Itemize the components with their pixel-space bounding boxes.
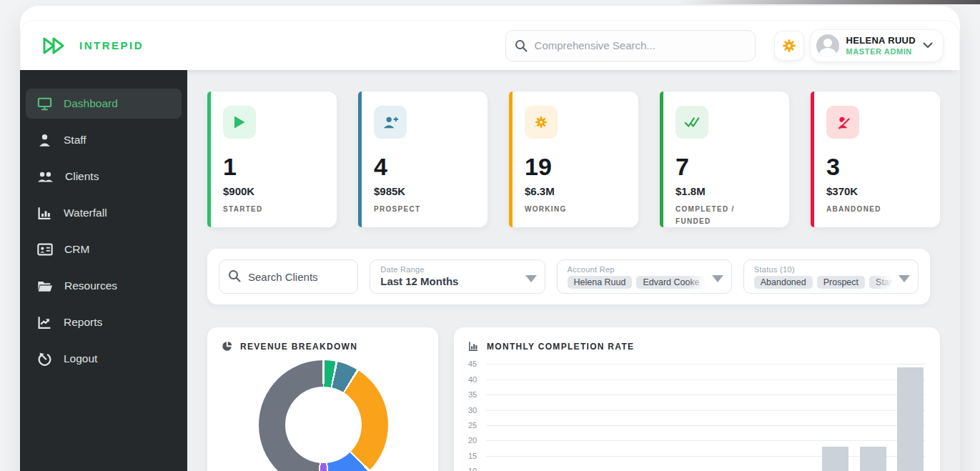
stat-card-prospect: 4 $985K PROSPECT (358, 91, 487, 227)
sidebar-item-resources[interactable]: Resources (26, 271, 182, 301)
date-range-dropdown[interactable]: Date Range Last 12 Months (370, 259, 545, 294)
user-role: MASTER ADMIN (846, 47, 916, 56)
stat-count: 7 (675, 154, 773, 179)
status-chips: Abandoned Prospect Started (754, 276, 894, 289)
y-axis-tick: 40 (468, 375, 484, 384)
user-menu[interactable]: HELENA RUUD MASTER ADMIN (810, 29, 944, 62)
chevron-down-icon (712, 275, 723, 282)
filter-chip[interactable]: Edvard Cooke (636, 276, 706, 289)
sidebar-item-label: Logout (64, 352, 97, 365)
global-search (505, 30, 756, 61)
stat-card-row: 1 $900K STARTED 4 $985K (207, 91, 940, 227)
stat-count: 3 (826, 154, 924, 179)
brand-name: INTREPID (79, 39, 144, 51)
clients-icon (37, 170, 54, 184)
double-check-icon (675, 106, 708, 139)
app-window: INTREPID H (20, 6, 960, 471)
sidebar-item-dashboard[interactable]: Dashboard (26, 89, 182, 119)
gridline (486, 395, 926, 395)
gridline (486, 380, 926, 380)
user-name: HELENA RUUD (846, 35, 916, 46)
monthly-completion-plot: 4540353025201510 (468, 356, 926, 471)
gridline (486, 410, 926, 411)
logout-icon (37, 352, 52, 367)
sidebar-item-label: Clients (65, 170, 99, 183)
dropdown-label: Status (10) (754, 265, 894, 274)
gear-icon (525, 106, 558, 139)
chevron-down-icon (899, 275, 910, 282)
client-search (219, 259, 358, 294)
sidebar-item-reports[interactable]: Reports (26, 307, 182, 337)
revenue-breakdown-card: REVENUE BREAKDOWN (207, 327, 438, 471)
global-search-input[interactable] (505, 30, 756, 61)
sidebar-item-logout[interactable]: Logout (26, 344, 182, 374)
stat-label: PROSPECT (374, 203, 460, 215)
stat-label: COMPLETED / FUNDED (675, 203, 761, 227)
crm-icon (37, 243, 53, 256)
person-plus-icon (374, 106, 407, 139)
stat-count: 4 (374, 154, 472, 179)
chart-title-text: MONTHLY COMPLETION RATE (487, 342, 634, 352)
y-axis-tick: 25 (468, 421, 484, 430)
main-content: 1 $900K STARTED 4 $985K (187, 70, 960, 471)
y-axis-tick: 30 (468, 406, 484, 415)
dropdown-value: Last 12 Months (380, 275, 520, 287)
gridline (486, 425, 926, 426)
filter-chip[interactable]: Started (869, 276, 894, 289)
status-dropdown[interactable]: Status (10) Abandoned Prospect Started (743, 259, 919, 294)
stat-amount: $900K (223, 185, 321, 197)
gridline (486, 440, 926, 441)
waterfall-icon (37, 206, 52, 220)
filter-chip[interactable]: Prospect (817, 276, 865, 289)
account-rep-dropdown[interactable]: Account Rep Helena Ruud Edvard Cooke (557, 259, 732, 294)
bar-chart-icon (468, 341, 479, 352)
completion-bar (897, 367, 924, 471)
sidebar-item-staff[interactable]: Staff (26, 125, 182, 155)
revenue-donut-chart (259, 360, 388, 471)
filter-chip[interactable]: Abandoned (754, 276, 813, 289)
sidebar-item-waterfall[interactable]: Waterfall (26, 198, 182, 228)
completion-bar (822, 447, 848, 471)
dropdown-label: Date Range (380, 265, 520, 274)
settings-gear-icon (781, 38, 797, 54)
sidebar-item-label: Dashboard (64, 97, 118, 110)
monthly-completion-card: MONTHLY COMPLETION RATE 4540353025201510 (454, 327, 940, 471)
stat-card-completed: 7 $1.8M COMPLETED / FUNDED (660, 91, 789, 227)
stat-label: WORKING (525, 203, 610, 215)
y-axis-tick: 10 (468, 467, 484, 471)
sidebar-item-label: Waterfall (64, 207, 107, 219)
filter-chip[interactable]: Helena Ruud (568, 276, 633, 289)
sidebar-item-label: Resources (64, 279, 117, 292)
completion-bar (860, 447, 886, 471)
stat-count: 19 (525, 154, 623, 179)
search-icon (515, 39, 528, 52)
user-avatar (816, 34, 839, 57)
sidebar-item-crm[interactable]: CRM (26, 234, 182, 264)
gridline (486, 364, 926, 365)
chevron-down-icon (525, 275, 537, 282)
stat-label: STARTED (223, 203, 309, 215)
y-axis-tick: 20 (468, 436, 484, 445)
search-icon (228, 269, 241, 282)
monthly-completion-title: MONTHLY COMPLETION RATE (454, 327, 940, 352)
sidebar-item-label: CRM (64, 243, 89, 256)
account-rep-chips: Helena Ruud Edvard Cooke (568, 276, 707, 289)
y-axis-tick: 15 (468, 452, 484, 460)
revenue-breakdown-title: REVENUE BREAKDOWN (207, 327, 438, 352)
y-axis-tick: 45 (468, 360, 484, 368)
stat-card-abandoned: 3 $370K ABANDONED (811, 91, 940, 227)
logo-arrows-icon (42, 36, 71, 56)
topbar: INTREPID H (20, 20, 960, 70)
settings-button[interactable] (774, 31, 804, 61)
staff-icon (37, 133, 52, 147)
brand-logo: INTREPID (42, 36, 144, 56)
stat-amount: $985K (374, 185, 472, 197)
resources-folder-icon (37, 279, 53, 292)
dropdown-label: Account Rep (568, 265, 707, 274)
reports-icon (37, 315, 52, 329)
stat-label: ABANDONED (826, 203, 912, 215)
filter-bar: Date Range Last 12 Months Account Rep He… (207, 249, 930, 304)
pie-chart-icon (222, 341, 232, 352)
chevron-down-icon (923, 42, 933, 49)
sidebar-item-clients[interactable]: Clients (26, 162, 182, 192)
